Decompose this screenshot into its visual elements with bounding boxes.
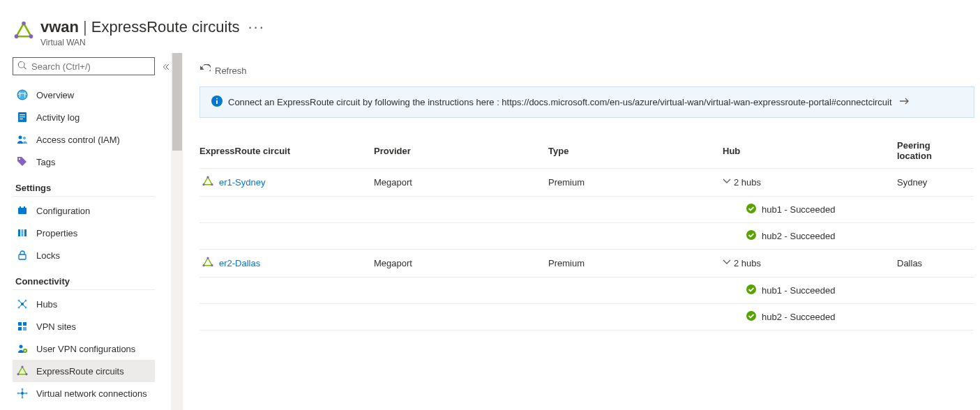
vpn-icon bbox=[17, 321, 28, 332]
resource-name: vwan bbox=[40, 18, 79, 36]
expressroute-icon bbox=[202, 176, 213, 189]
expressroute-icon bbox=[14, 21, 33, 40]
refresh-icon bbox=[199, 64, 215, 77]
resource-type: Virtual WAN bbox=[40, 38, 265, 47]
success-icon bbox=[746, 204, 762, 215]
circuit-link[interactable]: er1-Sydney bbox=[219, 177, 265, 188]
hub-status-text: hub1 - Succeeded bbox=[762, 285, 836, 296]
sidebar-item-vpn-sites[interactable]: VPN sites bbox=[13, 315, 155, 337]
sidebar-search[interactable] bbox=[13, 57, 155, 75]
col-provider: Provider bbox=[374, 135, 548, 169]
info-icon bbox=[211, 96, 228, 109]
globe-icon bbox=[17, 89, 28, 100]
sidebar-item-overview[interactable]: Overview bbox=[13, 84, 155, 106]
col-type: Type bbox=[548, 135, 723, 169]
collapse-sidebar-button[interactable] bbox=[160, 53, 171, 410]
search-input[interactable] bbox=[31, 61, 150, 72]
arrow-right-icon[interactable] bbox=[899, 96, 916, 109]
search-icon bbox=[17, 61, 31, 73]
table-header-row: ExpressRoute circuit Provider Type Hub P… bbox=[199, 135, 974, 169]
hub-count: 2 hubs bbox=[734, 177, 761, 188]
cell-type: Premium bbox=[548, 169, 723, 197]
chevron-down-icon bbox=[723, 177, 734, 188]
sidebar-section-connectivity: Connectivity bbox=[15, 276, 155, 287]
sidebar-scrollbar[interactable] bbox=[171, 53, 183, 410]
sidebar-item-hubs[interactable]: Hubs bbox=[13, 293, 155, 315]
page-title: vwan | ExpressRoute circuits ··· bbox=[40, 18, 265, 36]
blade-title: ExpressRoute circuits bbox=[91, 18, 240, 36]
toolbar: Refresh bbox=[183, 53, 974, 84]
success-icon bbox=[746, 284, 762, 296]
hub-count: 2 hubs bbox=[734, 258, 761, 268]
tag-icon bbox=[17, 156, 28, 167]
cell-peering: Dallas bbox=[897, 250, 974, 278]
hub-status-text: hub2 - Succeeded bbox=[762, 312, 836, 322]
expressroute-icon bbox=[17, 365, 28, 377]
gear-icon bbox=[17, 205, 28, 216]
hub-status-row: hub2 - Succeeded bbox=[199, 304, 974, 331]
divider bbox=[13, 289, 155, 290]
sidebar-item-activity-log[interactable]: Activity log bbox=[13, 106, 155, 128]
col-peering: Peering location bbox=[897, 135, 974, 169]
sidebar-item-vnet-connections[interactable]: Virtual network connections bbox=[13, 382, 155, 404]
circuits-table: ExpressRoute circuit Provider Type Hub P… bbox=[199, 135, 974, 331]
col-hub: Hub bbox=[723, 135, 897, 169]
user-icon bbox=[17, 343, 28, 354]
info-message: Connect an ExpressRoute circuit by follo… bbox=[228, 97, 892, 107]
properties-icon bbox=[17, 227, 28, 238]
vnet-icon bbox=[17, 388, 28, 399]
col-circuit: ExpressRoute circuit bbox=[199, 135, 374, 169]
log-icon bbox=[17, 112, 28, 123]
hub-expand-toggle[interactable]: 2 hubs bbox=[723, 258, 889, 268]
table-row: er1-SydneyMegaportPremium2 hubsSydney bbox=[199, 169, 974, 197]
success-icon bbox=[746, 230, 762, 242]
table-row: er2-DallasMegaportPremium2 hubsDallas bbox=[199, 250, 974, 278]
hub-icon bbox=[17, 298, 28, 310]
sidebar-item-tags[interactable]: Tags bbox=[13, 151, 155, 173]
blade-header: vwan | ExpressRoute circuits ··· Virtual… bbox=[0, 0, 980, 53]
hub-status-text: hub2 - Succeeded bbox=[762, 231, 836, 241]
success-icon bbox=[746, 311, 762, 323]
hub-status-row: hub2 - Succeeded bbox=[199, 223, 974, 250]
more-actions-icon[interactable]: ··· bbox=[248, 18, 265, 36]
hub-status-row: hub1 - Succeeded bbox=[199, 197, 974, 223]
lock-icon bbox=[17, 250, 28, 261]
scrollbar-thumb[interactable] bbox=[172, 53, 182, 151]
hub-status-text: hub1 - Succeeded bbox=[762, 204, 836, 215]
expressroute-icon bbox=[202, 257, 213, 270]
cell-type: Premium bbox=[548, 250, 723, 278]
sidebar-item-configuration[interactable]: Configuration bbox=[13, 199, 155, 222]
sidebar-item-user-vpn[interactable]: User VPN configurations bbox=[13, 337, 155, 360]
sidebar-item-access-control[interactable]: Access control (IAM) bbox=[13, 128, 155, 151]
circuit-link[interactable]: er2-Dallas bbox=[219, 258, 260, 268]
people-icon bbox=[17, 134, 28, 145]
hub-expand-toggle[interactable]: 2 hubs bbox=[723, 177, 889, 188]
cell-peering: Sydney bbox=[897, 169, 974, 197]
hub-status-row: hub1 - Succeeded bbox=[199, 278, 974, 304]
chevron-down-icon bbox=[723, 258, 734, 268]
sidebar-item-properties[interactable]: Properties bbox=[13, 222, 155, 244]
sidebar-item-expressroute[interactable]: ExpressRoute circuits bbox=[13, 360, 155, 382]
sidebar-section-settings: Settings bbox=[15, 183, 155, 193]
cell-provider: Megaport bbox=[374, 169, 548, 197]
divider bbox=[13, 196, 155, 197]
cell-provider: Megaport bbox=[374, 250, 548, 278]
info-banner: Connect an ExpressRoute circuit by follo… bbox=[199, 86, 974, 118]
sidebar-item-locks[interactable]: Locks bbox=[13, 244, 155, 266]
refresh-button[interactable]: Refresh bbox=[199, 64, 247, 77]
